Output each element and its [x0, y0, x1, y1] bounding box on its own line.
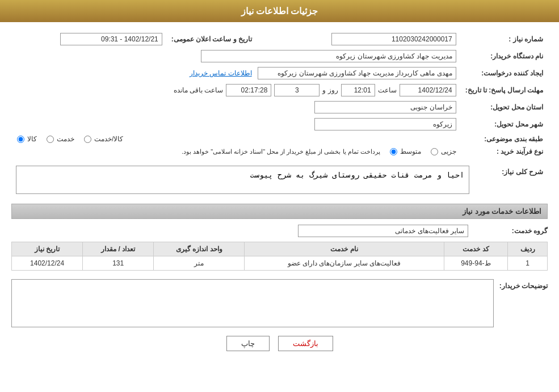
services-table: ردیف کد خدمت نام خدمت واحد اندازه گیری ت… — [11, 242, 548, 271]
row-general-desc: شرح کلی نیاز: — [11, 163, 548, 198]
category-goods-label: کالا — [27, 135, 37, 143]
col-unit-header: واحد اندازه گیری — [154, 242, 245, 256]
category-goods-radio[interactable] — [17, 136, 24, 143]
row-creator: ایجاد کننده درخواست: مهدی ماهی کاربرداز … — [11, 65, 548, 82]
purchase-type-medium-label: متوسط — [400, 147, 421, 155]
purchase-type-medium-radio[interactable] — [390, 148, 397, 155]
service-group-input: سایر فعالیت‌های خدماتی — [298, 225, 468, 237]
deadline-time-label: ساعت — [378, 86, 397, 94]
row-category: طبقه بندی موضوعی: کالا خدمت کالا/خدمت — [11, 133, 548, 145]
general-desc-watermark — [16, 166, 469, 196]
category-value: کالا خدمت کالا/خدمت — [11, 133, 461, 145]
service-group-label: گروه خدمت: — [474, 227, 548, 235]
buyer-org-value: مدیریت جهاد کشاورزی شهرستان زیرکوه — [11, 48, 461, 65]
purchase-type-note: پرداخت تمام یا بخشی از مبلغ خریدار از مح… — [182, 148, 380, 155]
need-number-value: 1102030242000017 — [274, 31, 461, 48]
buyer-org-label: نام دستگاه خریدار: — [461, 48, 548, 65]
general-desc-label: شرح کلی نیاز: — [474, 163, 548, 198]
table-header: ردیف کد خدمت نام خدمت واحد اندازه گیری ت… — [12, 242, 548, 256]
col-quantity-header: تعداد / مقدار — [83, 242, 154, 256]
general-desc-cell — [11, 163, 474, 198]
table-cell-row: 1 — [508, 256, 548, 271]
deadline-values: 1402/12/24 ساعت 12:01 روز و 3 02:17:28 س… — [11, 82, 461, 99]
table-cell-date: 1402/12/24 — [12, 256, 83, 271]
row-deadline: مهلت ارسال پاسخ: تا تاریخ: 1402/12/24 سا… — [11, 82, 548, 99]
deadline-time-input: 12:01 — [341, 84, 375, 96]
province-input: خراسان جنوبی — [314, 101, 456, 113]
col-row-header: ردیف — [508, 242, 548, 256]
deadline-date-input: 1402/12/24 — [400, 84, 456, 96]
category-label: طبقه بندی موضوعی: — [461, 133, 548, 145]
row-province: استان محل تحویل: خراسان جنوبی — [11, 99, 548, 116]
purchase-type-partial-item: جزیی — [430, 147, 456, 155]
purchase-type-medium-item: متوسط — [389, 147, 421, 155]
deadline-days-label: روز و — [322, 86, 338, 94]
city-label: شهر محل تحویل: — [461, 116, 548, 133]
category-goods-service-label: کالا/خدمت — [94, 135, 123, 143]
table-header-row: ردیف کد خدمت نام خدمت واحد اندازه گیری ت… — [12, 242, 548, 256]
main-content: شماره نیاز : 1102030242000017 تاریخ و سا… — [0, 22, 559, 371]
province-value: خراسان جنوبی — [11, 99, 461, 116]
table-row: 1ط-94-949فعالیت‌های سایر سازمان‌های دارا… — [12, 256, 548, 271]
creator-label: ایجاد کننده درخواست: — [461, 65, 548, 82]
need-number-input: 1102030242000017 — [331, 33, 456, 45]
announce-datetime-value: 1402/12/21 - 09:31 — [11, 31, 167, 48]
deadline-remaining-input: 02:17:28 — [226, 84, 271, 96]
category-goods-service-radio[interactable] — [84, 136, 91, 143]
category-goods-item: کالا — [16, 135, 37, 143]
buyer-org-input: مدیریت جهاد کشاورزی شهرستان زیرکوه — [201, 50, 456, 62]
purchase-type-value: جزیی متوسط پرداخت تمام یا بخشی از مبلغ خ… — [11, 145, 461, 158]
category-service-label: خدمت — [57, 135, 74, 143]
table-body: 1ط-94-949فعالیت‌های سایر سازمان‌های دارا… — [12, 256, 548, 271]
back-button[interactable]: بازگشت — [278, 336, 333, 351]
table-cell-quantity: 131 — [83, 256, 154, 271]
buyer-notes-box — [11, 279, 494, 327]
row-buyer-org: نام دستگاه خریدار: مدیریت جهاد کشاورزی ش… — [11, 48, 548, 65]
purchase-type-partial-radio[interactable] — [431, 148, 438, 155]
category-service-radio[interactable] — [47, 136, 54, 143]
purchase-type-partial-label: جزیی — [441, 147, 456, 155]
row-city: شهر محل تحویل: زیرکوه — [11, 116, 548, 133]
service-group-row: گروه خدمت: سایر فعالیت‌های خدماتی — [11, 225, 548, 237]
page-title: جزئیات اطلاعات نیاز — [241, 6, 318, 16]
category-goods-service-item: کالا/خدمت — [83, 135, 123, 143]
province-label: استان محل تحویل: — [461, 99, 548, 116]
announce-datetime-label: تاریخ و ساعت اعلان عمومی: — [167, 31, 257, 48]
city-value: زیرکوه — [11, 116, 461, 133]
buyer-notes-row: توضیحات خریدار: — [11, 279, 548, 327]
contact-info-link[interactable]: اطلاعات تماس خریدار — [190, 69, 252, 77]
col-name-header: نام خدمت — [245, 242, 444, 256]
purchase-type-label: نوع فرآیند خرید : — [461, 145, 548, 158]
city-input: زیرکوه — [314, 118, 456, 130]
deadline-label: مهلت ارسال پاسخ: تا تاریخ: — [461, 82, 548, 99]
print-button[interactable]: چاپ — [226, 336, 270, 351]
info-table: شماره نیاز : 1102030242000017 تاریخ و سا… — [11, 31, 548, 158]
announce-datetime-input: 1402/12/21 - 09:31 — [60, 33, 162, 45]
need-number-label: شماره نیاز : — [461, 31, 548, 48]
table-cell-unit: متر — [154, 256, 245, 271]
row-purchase-type: نوع فرآیند خرید : جزیی متوسط پرداخت تمام… — [11, 145, 548, 158]
category-service-item: خدمت — [45, 135, 74, 143]
table-cell-name: فعالیت‌های سایر سازمان‌های دارای عضو — [245, 256, 444, 271]
general-desc-textarea[interactable] — [16, 166, 469, 194]
deadline-days-input: 3 — [274, 84, 320, 96]
buyer-notes-label: توضیحات خریدار: — [499, 279, 548, 290]
creator-value: مهدی ماهی کاربرداز مدیریت جهاد کشاورزی ش… — [11, 65, 461, 82]
creator-input: مهدی ماهی کاربرداز مدیریت جهاد کشاورزی ش… — [258, 67, 456, 79]
row-need-number: شماره نیاز : 1102030242000017 تاریخ و سا… — [11, 31, 548, 48]
table-cell-code: ط-94-949 — [444, 256, 508, 271]
col-date-header: تاریخ نیاز — [12, 242, 83, 256]
col-code-header: کد خدمت — [444, 242, 508, 256]
page-wrapper: جزئیات اطلاعات نیاز شماره نیاز : 1102030… — [0, 0, 559, 392]
deadline-remaining-label: ساعت باقی مانده — [174, 86, 224, 94]
general-desc-table: شرح کلی نیاز: — [11, 163, 548, 198]
services-section-title: اطلاعات خدمات مورد نیاز — [11, 204, 548, 219]
buttons-row: بازگشت چاپ — [11, 336, 548, 363]
buyer-notes-textarea[interactable] — [15, 283, 490, 322]
page-header: جزئیات اطلاعات نیاز — [0, 0, 559, 22]
